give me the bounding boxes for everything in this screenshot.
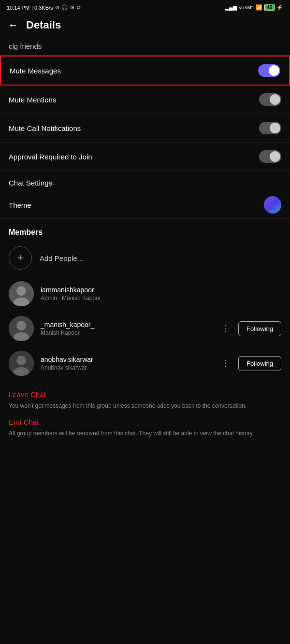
group-name: clg friends <box>0 38 290 56</box>
member-actions-3: ⋮ Following <box>218 356 281 371</box>
avatar-2 <box>9 316 34 341</box>
member-sub-2: Manish Kapoor <box>41 329 212 336</box>
page-title: Details <box>26 19 61 31</box>
approval-toggle[interactable] <box>259 150 281 163</box>
messenger-icon: ⊛ <box>70 4 74 11</box>
back-button[interactable]: ← <box>8 19 18 31</box>
charging-icon: ⚡ <box>276 4 283 11</box>
no-signal-icon: ⊘ <box>55 4 59 11</box>
member-username-3: anobhav.sikarwar <box>41 356 212 363</box>
following-button-3[interactable]: Following <box>238 356 281 371</box>
member-row-2: _manish_kapoor_ Manish Kapoor ⋮ Followin… <box>0 311 290 346</box>
network-speed: | 0.3KB/s <box>31 5 53 11</box>
add-people-row[interactable]: + Add People... <box>0 240 290 276</box>
more-options-2[interactable]: ⋮ <box>218 321 233 336</box>
mute-messages-toggle[interactable] <box>258 64 280 77</box>
avatar-1 <box>9 281 34 306</box>
vo-wifi-label: Vo WiFi <box>239 5 254 10</box>
time-label: 10:14 PM <box>7 5 29 11</box>
member-row-3: anobhav.sikarwar Anubhav sikarwar ⋮ Foll… <box>0 346 290 381</box>
leave-chat-title[interactable]: Leave Chat <box>9 390 281 399</box>
members-title: Members <box>0 219 290 240</box>
battery-icon: 45 <box>264 4 275 11</box>
following-button-2[interactable]: Following <box>238 321 281 336</box>
theme-circle[interactable] <box>264 196 281 214</box>
member-username-2: _manish_kapoor_ <box>41 321 212 329</box>
more-options-3[interactable]: ⋮ <box>218 356 233 371</box>
member-info-2: _manish_kapoor_ Manish Kapoor <box>41 321 212 336</box>
end-chat-title[interactable]: End Chat <box>9 418 281 426</box>
member-row: iammanishkapoor Admin · Manish Kapoor <box>0 276 290 311</box>
theme-label: Theme <box>9 201 31 209</box>
member-info-1: iammanishkapoor Admin · Manish Kapoor <box>41 286 281 301</box>
leave-chat-section: Leave Chat You won't get messages from t… <box>0 381 290 448</box>
theme-row: Theme <box>0 191 290 219</box>
svg-point-1 <box>16 286 26 296</box>
member-info-3: anobhav.sikarwar Anubhav sikarwar <box>41 356 212 371</box>
wifi-icon: 📶 <box>256 4 262 11</box>
mute-call-toggle[interactable] <box>259 122 281 134</box>
svg-point-4 <box>16 321 26 330</box>
svg-point-7 <box>16 356 26 365</box>
mute-call-label: Mute Call Notifications <box>9 124 81 132</box>
mute-mentions-toggle[interactable] <box>259 93 281 106</box>
signal-icon: ▂▄▆ <box>225 4 237 11</box>
member-actions-2: ⋮ Following <box>218 321 281 336</box>
instagram-icon: ⊚ <box>76 4 81 11</box>
status-right: ▂▄▆ Vo WiFi 📶 45 ⚡ <box>225 4 283 11</box>
member-sub-3: Anubhav sikarwar <box>41 364 212 371</box>
member-sub-1: Admin · Manish Kapoor <box>41 295 281 301</box>
approval-required-row: Approval Required to Join <box>0 143 290 171</box>
add-people-label: Add People... <box>40 254 83 262</box>
mute-mentions-row: Mute Mentions <box>0 86 290 114</box>
chat-settings-label: Chat Settings <box>0 171 290 191</box>
mute-messages-row: Mute Messages <box>0 56 290 86</box>
leave-chat-desc: You won't get messages from this group u… <box>9 401 281 410</box>
approval-required-label: Approval Required to Join <box>9 153 92 161</box>
header: ← Details <box>0 14 290 38</box>
status-bar: 10:14 PM | 0.3KB/s ⊘ 🎧 ⊛ ⊚ ▂▄▆ Vo WiFi 📶… <box>0 0 290 14</box>
mute-call-row: Mute Call Notifications <box>0 114 290 143</box>
headphone-icon: 🎧 <box>61 4 68 11</box>
mute-mentions-label: Mute Mentions <box>9 96 56 104</box>
end-chat-desc: All group members will be removed from t… <box>9 429 281 438</box>
add-icon: + <box>9 246 32 270</box>
status-left: 10:14 PM | 0.3KB/s ⊘ 🎧 ⊛ ⊚ <box>7 4 81 11</box>
mute-messages-label: Mute Messages <box>10 67 61 75</box>
avatar-3 <box>9 351 34 376</box>
member-username-1: iammanishkapoor <box>41 286 281 294</box>
